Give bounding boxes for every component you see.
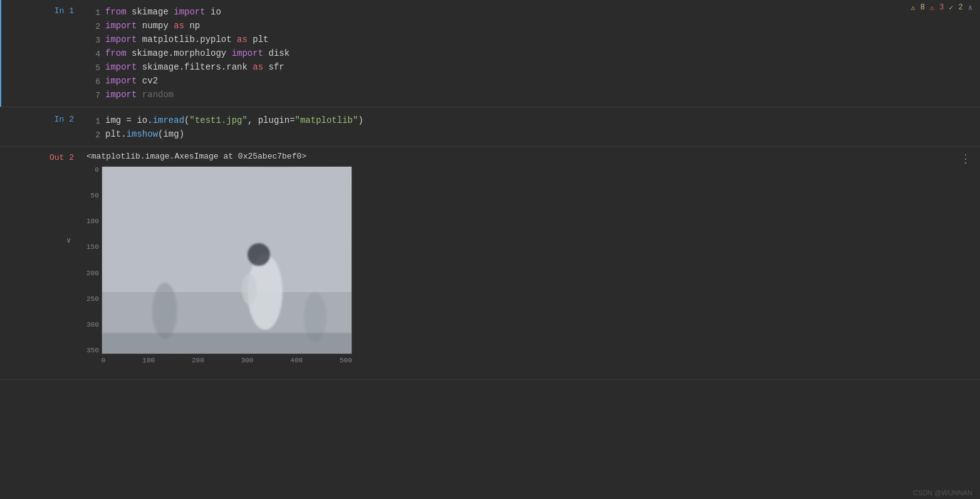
chart-inner: 0 100 200 300 400 500 [102,166,352,364]
kw-as-2: as [174,19,184,33]
line-num-5: 5 [81,61,100,75]
x-label-200: 200 [192,357,204,364]
notebook: ⚠ 8 ⚠ 3 ✓ 2 ∧ In 1 1 2 3 4 5 6 7 from sk… [0,0,980,499]
cell-2-output: Out 2 ⋮ ∨ <matplotlib.image.AxesImage at… [0,147,980,380]
mod-io: io [211,5,221,19]
chart-x-labels: 0 100 200 300 400 500 [102,354,352,364]
func-imread: imread [153,113,184,127]
kw-import-5: import [105,60,137,74]
code-line-6: import cv2 [105,74,980,88]
kw-from-4: from [105,46,127,60]
y-label-50: 50 [86,192,99,199]
cell-1-line-numbers: 1 2 3 4 5 6 7 [81,0,100,107]
alias-plt: plt [253,33,268,46]
chart-image-svg [102,167,352,354]
expand-icon[interactable]: ∧ [968,3,972,13]
kw-import-3: import [105,33,137,46]
cell-2-label: In 2 [0,108,81,146]
collapse-arrow-icon[interactable]: ∨ [66,236,71,245]
var-img: img [105,113,121,127]
line-num-6: 6 [81,75,100,89]
active-line-indicator [0,0,1,107]
error-icon: ⚠ [930,3,934,13]
code-line-3: import matplotlib.pyplot as plt [105,33,980,46]
mod-disk: disk [268,46,289,60]
mod-cv2: cv2 [142,74,158,88]
param-plugin-val: "matplotlib" [295,113,358,127]
cell-1-input: In 1 1 2 3 4 5 6 7 from skimage import i… [0,0,980,107]
line-num-4: 4 [81,48,100,61]
cell-1-label: In 1 [0,0,81,107]
check-icon: ✓ [949,3,953,13]
x-label-400: 400 [290,357,303,364]
line-num-1: 1 [81,6,100,20]
param-plugin-key: plugin [258,113,289,127]
attribution-text: CSDN @WUNNAN [913,489,972,496]
mod-io-2: io [137,113,147,127]
line-num-2: 2 [81,20,100,34]
y-label-250: 250 [86,295,99,303]
mod-rank: skimage.filters.rank [142,60,248,74]
output-text-value: <matplotlib.image.AxesImage at 0x25abec7… [81,147,980,161]
line-num-c2-1: 1 [81,115,100,129]
y-label-100: 100 [86,218,99,225]
kw-as-3: as [237,33,248,46]
code-line-5: import skimage.filters.rank as sfr [105,60,980,74]
alias-np: np [189,19,200,33]
svg-rect-7 [102,333,352,354]
kw-import-7: import [105,88,137,102]
x-label-500: 500 [340,357,352,364]
y-label-150: 150 [86,243,99,251]
y-label-200: 200 [86,270,99,277]
code-line-c2-2: plt . imshow ( img ) [105,127,980,141]
line-num-3: 3 [81,34,100,48]
cell-2-line-numbers: 1 2 [81,108,100,146]
line-num-c2-2: 2 [81,129,100,142]
chart-container: 0 50 100 150 200 250 300 350 [86,166,980,364]
chart-image-wrapper [102,166,352,354]
var-plt: plt [105,127,121,141]
kw-from-1: from [105,5,127,19]
chart-image [102,167,352,354]
kw-import-4: import [232,46,263,60]
kw-import-6: import [105,74,137,88]
cell-2-code[interactable]: img = io . imread ( "test1.jpg" , plugin… [100,108,980,146]
code-line-1: from skimage import io [105,5,980,19]
warning-icon: ⚠ [910,3,915,13]
cell-2-input: In 2 1 2 img = io . imread ( "test1.jpg"… [0,108,980,147]
kw-import-2: import [105,19,137,33]
mod-random: random [142,88,174,102]
alias-sfr: sfr [268,60,284,74]
y-label-350: 350 [86,347,99,354]
cell-1-code[interactable]: from skimage import io import numpy as n… [100,0,980,107]
error-count: 3 [939,3,944,12]
x-label-0: 0 [102,357,106,364]
kw-as-5: as [253,60,263,74]
mod-morphology: skimage.morphology [132,46,226,60]
code-line-2: import numpy as np [105,19,980,33]
line-num-7: 7 [81,89,100,103]
svg-point-3 [248,243,270,266]
str-filename: "test1.jpg" [189,113,247,127]
warning-count: 8 [920,3,925,12]
check-count: 2 [959,3,963,12]
x-label-100: 100 [142,357,155,364]
output-2-label: Out 2 [0,147,81,369]
x-label-300: 300 [241,357,254,364]
svg-point-4 [242,273,257,305]
mod-numpy: numpy [142,19,169,33]
code-line-4: from skimage.morphology import disk [105,46,980,60]
chart-y-labels: 0 50 100 150 200 250 300 350 [86,166,102,354]
var-img-2: img [163,127,179,141]
y-label-0: 0 [86,166,99,174]
code-line-7: import random [105,88,980,102]
status-bar: ⚠ 8 ⚠ 3 ✓ 2 ∧ [910,0,980,15]
mod-matplotlib: matplotlib.pyplot [142,33,232,46]
y-label-300: 300 [86,321,99,328]
func-imshow: imshow [127,127,158,141]
kw-import-1: import [174,5,205,19]
code-line-c2-1: img = io . imread ( "test1.jpg" , plugin… [105,113,980,127]
svg-point-5 [152,283,177,339]
mod-skimage-1: skimage [132,5,169,19]
